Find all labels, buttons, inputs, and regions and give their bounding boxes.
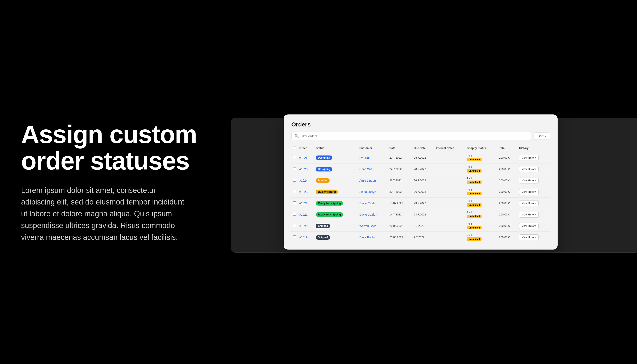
search-box: 🔍 [291,132,531,140]
customer-link[interactable]: Davie Caiden [359,202,377,205]
status-badge: Shipped [316,235,330,240]
row-status: Designing [314,164,358,175]
row-customer: Warren Brice [358,220,388,232]
row-history: View History [517,209,550,220]
table-header-row: Order Status Customer Date Due Date Inte… [291,144,550,152]
row-checkbox-cell [291,198,298,209]
row-total: 200,00 € [497,220,517,232]
shopify-unfulfilled: Unfulfilled [467,192,482,195]
row-date: 20.7.2022 [388,186,412,198]
search-input[interactable] [300,134,528,138]
row-checkbox-0[interactable] [293,156,296,159]
select-all-checkbox[interactable] [293,146,296,149]
table-row: #1026 Designing Eva Kam 20.7.2022 28.7.2… [291,152,550,164]
toolbar: 🔍 Sort [291,132,550,140]
customer-link[interactable]: Warren Brice [359,224,376,228]
view-history-button[interactable]: View History [519,166,538,172]
left-panel: Assign custom order statuses Lorem ipsum… [0,104,221,260]
order-link[interactable]: #1019 [299,236,308,239]
status-badge: Designing [316,156,332,160]
status-badge: Shipped [316,224,330,228]
row-due-date: 23.7.2022 [412,209,434,220]
order-link[interactable]: #1025 [299,168,308,171]
col-customer: Customer [358,144,388,152]
col-total: Total [497,144,517,152]
row-history: View History [517,152,550,164]
row-internal-notes [434,209,465,220]
row-order: #1025 [298,164,314,175]
view-history-button[interactable]: View History [519,178,538,184]
table-row: #1021 Ready for shipping Davie Caiden 14… [291,209,550,220]
order-link[interactable]: #1020 [299,224,308,228]
row-shopify-status: Paid Unfulfilled [465,220,497,232]
table-row: #1019 Shipped Dave Bobbi 26.06.2022 2.7.… [291,232,550,243]
view-history-button[interactable]: View History [519,223,538,229]
order-link[interactable]: #1021 [299,213,308,216]
row-checkbox-1[interactable] [293,167,296,170]
row-checkbox-2[interactable] [293,179,296,182]
row-status: Shipped [314,220,358,232]
row-history: View History [517,198,550,209]
row-total: 200,00 € [497,175,517,186]
row-history: View History [517,232,550,243]
row-internal-notes [434,198,465,209]
customer-link[interactable]: Amie Lindon [359,179,376,182]
row-checkbox-cell [291,175,298,186]
customer-link[interactable]: Davie Caiden [359,213,377,216]
customer-link[interactable]: Siena Jazlyn [359,190,376,194]
row-status: Ready for shipping [314,209,358,220]
order-link[interactable]: #1023 [299,190,308,194]
shopify-paid: Paid [467,177,496,180]
row-customer: Chad Wilt [358,164,388,175]
row-shopify-status: Paid Unfulfilled [465,209,497,220]
row-due-date: 23.7.2022 [412,198,434,209]
order-link[interactable]: #1026 [299,156,308,160]
shopify-unfulfilled: Unfulfilled [467,158,482,161]
row-checkbox-7[interactable] [293,236,296,238]
shopify-unfulfilled: Unfulfilled [467,203,482,206]
shopify-unfulfilled: Unfulfilled [467,169,482,172]
customer-link[interactable]: Eva Kam [359,156,371,160]
shopify-unfulfilled: Unfulfilled [467,237,482,241]
row-date: 14.7.2022 [388,209,412,220]
row-checkbox-5[interactable] [293,213,296,216]
row-history: View History [517,164,550,175]
row-checkbox-6[interactable] [293,224,296,227]
sort-button[interactable]: Sort [534,132,550,140]
row-due-date: 2.7.2022 [412,232,434,243]
row-checkbox-3[interactable] [293,190,296,193]
row-checkbox-cell [291,232,298,243]
row-history: View History [517,186,550,198]
view-history-button[interactable]: View History [519,189,538,195]
view-history-button[interactable]: View History [519,155,538,161]
status-badge: Ready for shipping [316,201,343,206]
view-history-button[interactable]: View History [519,200,538,206]
row-order: #1021 [298,209,314,220]
customer-link[interactable]: Dave Bobbi [359,236,374,239]
order-link[interactable]: #1024 [299,179,308,182]
row-customer: Davie Caiden [358,209,388,220]
col-internal-notes: Internal Notes [434,144,465,152]
row-checkbox-cell [291,220,298,232]
row-due-date: 26.7.2022 [412,175,434,186]
order-link[interactable]: #1022 [299,202,308,205]
shopify-paid: Paid [467,166,496,168]
row-status: Ready for shipping [314,198,358,209]
row-history: View History [517,220,550,232]
view-history-button[interactable]: View History [519,212,538,218]
row-order: #1020 [298,220,314,232]
search-icon: 🔍 [295,134,299,138]
row-date: 23.7.2022 [388,175,412,186]
right-panel: Orders 🔍 Sort Order Status Customer Date [221,102,637,262]
row-due-date: 2.7.2022 [412,220,434,232]
row-status: Designing [314,152,358,164]
col-due-date: Due Date [412,144,434,152]
row-customer: Amie Lindon [358,175,388,186]
row-due-date: 28.7.2022 [412,164,434,175]
customer-link[interactable]: Chad Wilt [359,168,372,171]
view-history-button[interactable]: View History [519,234,538,240]
row-total: 200,00 € [497,209,517,220]
row-date: 26.06.2022 [388,220,412,232]
row-internal-notes [434,152,465,164]
row-checkbox-4[interactable] [293,201,296,204]
